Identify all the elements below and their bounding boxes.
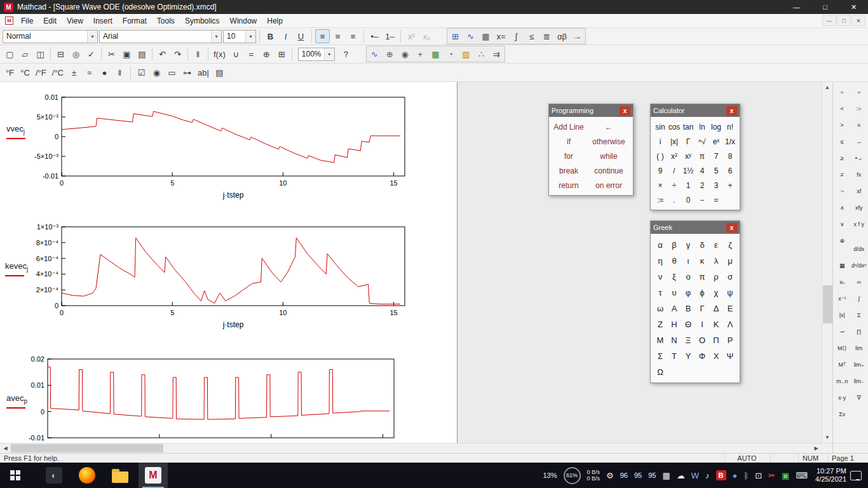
- calculator-key-/[interactable]: /: [667, 164, 681, 177]
- menu-item-window[interactable]: Window: [225, 14, 262, 27]
- taskbar-app-firefox[interactable]: [72, 463, 102, 488]
- greek-key-ν[interactable]: ν: [653, 269, 667, 284]
- boolean-and-button[interactable]: ∧: [834, 200, 850, 215]
- evaluation-operator-fx-button[interactable]: fx: [851, 166, 867, 182]
- programming-key-return[interactable]: return: [551, 179, 587, 192]
- listbox-control-button[interactable]: ▤: [212, 65, 227, 79]
- y-axis-expression-kevec[interactable]: kevecj: [5, 261, 28, 276]
- greek-key-ξ[interactable]: ξ: [667, 269, 681, 284]
- greek-key-Ι[interactable]: Ι: [695, 316, 709, 332]
- mdi-minimize-button[interactable]: —: [822, 15, 836, 26]
- greek-key-Ο[interactable]: Ο: [695, 332, 709, 348]
- bluetooth-icon[interactable]: ᛒ: [743, 471, 749, 480]
- minimize-button[interactable]: —: [782, 0, 811, 14]
- network-speed-indicator[interactable]: 0 B/s0 B/s: [587, 469, 600, 482]
- calculator-key-3[interactable]: 3: [709, 179, 723, 192]
- taskmanager-icon[interactable]: ▦: [662, 471, 670, 480]
- calculator-key-sin[interactable]: sin: [653, 120, 667, 133]
- onedrive-icon[interactable]: ☁: [677, 471, 685, 480]
- calculate-button[interactable]: =: [244, 47, 259, 61]
- calculator-key-1[interactable]: 1: [681, 179, 695, 192]
- xy-plot-avec[interactable]: 0.020.010-0.01: [14, 355, 400, 443]
- menu-item-edit[interactable]: Edit: [38, 14, 62, 27]
- help-button[interactable]: ?: [339, 47, 353, 61]
- mdi-restore-button[interactable]: □: [837, 15, 851, 26]
- xy-plot-svg-kevec[interactable]: 1×10⁻³8×10⁻⁴6×10⁻⁴4×10⁻⁴2×10⁻⁴0051015j·t…: [29, 223, 410, 337]
- restore-button[interactable]: □: [811, 0, 839, 14]
- evaluation-symbolic-button[interactable]: →: [851, 133, 867, 149]
- radio-control-button[interactable]: ◉: [149, 65, 164, 79]
- greek-key-ρ[interactable]: ρ: [709, 269, 723, 284]
- greek-key-Α[interactable]: Α: [667, 301, 681, 316]
- calculator-key-5[interactable]: 5: [709, 164, 723, 177]
- calculator-key-π[interactable]: π: [695, 149, 709, 163]
- calculator-key-÷[interactable]: ÷: [667, 179, 681, 192]
- greek-key-ε[interactable]: ε: [709, 237, 723, 252]
- pushbutton-control-button[interactable]: ▭: [165, 65, 179, 79]
- greek-key-Χ[interactable]: Χ: [709, 348, 723, 363]
- greek-palette[interactable]: GreekxαβγδεζηθικλμνξοπρστυφϕχψωΑΒΓΔΕΖΗΘΙ…: [650, 220, 740, 383]
- calculus-limit-left-button[interactable]: lim₋: [851, 373, 867, 389]
- matrix-insert-button[interactable]: ▦: [834, 257, 850, 273]
- bold-button[interactable]: B: [263, 29, 278, 43]
- calculator-key-.[interactable]: .: [667, 193, 681, 207]
- menu-item-view[interactable]: View: [62, 14, 88, 27]
- matrix-inverse-button[interactable]: x⁻¹: [834, 290, 850, 306]
- scroll-left-button[interactable]: ◀: [0, 444, 11, 453]
- plus-minus-button[interactable]: ±: [67, 65, 81, 79]
- calculus-limit-button[interactable]: lim: [851, 340, 867, 356]
- greek-key-π[interactable]: π: [695, 269, 709, 284]
- unit-degc-button[interactable]: °C: [18, 65, 32, 79]
- greek-key-Ξ[interactable]: Ξ: [681, 332, 695, 348]
- parallel-button[interactable]: ‖: [112, 65, 127, 79]
- greek-key-ψ[interactable]: ψ: [723, 285, 737, 300]
- programming-key-while[interactable]: while: [587, 149, 631, 163]
- calculator-key-4[interactable]: 4: [695, 164, 709, 177]
- evaluation-equal-button[interactable]: =: [851, 84, 867, 100]
- bullet-operator-button[interactable]: ●: [97, 65, 112, 79]
- calculator-key-8[interactable]: 8: [723, 149, 737, 163]
- calculator-palette[interactable]: Calculatorxsincostanlnlogn!i|x|Γⁿ√eˣ1/x(…: [650, 104, 740, 210]
- vertical-scroll-thumb[interactable]: [823, 285, 832, 323]
- graph-toolbar-button[interactable]: ∿: [463, 29, 478, 43]
- calculator-key-xʸ[interactable]: xʸ: [681, 149, 695, 163]
- greek-key-Δ[interactable]: Δ: [709, 301, 723, 316]
- greek-key-β[interactable]: β: [667, 237, 681, 252]
- calculator-palette-titlebar[interactable]: Calculatorx: [651, 104, 740, 117]
- greek-key-ϕ[interactable]: ϕ: [695, 285, 709, 300]
- symbolics-toolbar-button[interactable]: →: [570, 29, 585, 43]
- matrix-dot-product-button[interactable]: x·y: [834, 390, 850, 405]
- greek-key-Ψ[interactable]: Ψ: [723, 348, 737, 363]
- menu-item-format[interactable]: Format: [118, 14, 152, 27]
- xy-plot-button[interactable]: ∿: [367, 47, 382, 61]
- horizontal-scroll-track[interactable]: [11, 444, 811, 453]
- save-button[interactable]: ◫: [33, 47, 48, 61]
- greek-key-Τ[interactable]: Τ: [667, 348, 681, 363]
- boolean-not-equal-button[interactable]: ≠: [834, 166, 850, 182]
- greek-key-Ζ[interactable]: Ζ: [653, 316, 667, 332]
- greek-key-ι[interactable]: ι: [681, 253, 695, 268]
- calculator-toolbar-button[interactable]: ⊞: [448, 29, 463, 43]
- font-combo-dropdown-icon[interactable]: ▾: [211, 30, 221, 43]
- print-button[interactable]: ⊟: [53, 47, 68, 61]
- programming-toolbar-button[interactable]: ≣: [539, 29, 554, 43]
- surface-plot-button[interactable]: ▦: [428, 47, 443, 61]
- boolean-greater-equal-button[interactable]: ≥: [834, 150, 850, 166]
- greek-key-Κ[interactable]: Κ: [709, 316, 723, 332]
- trace-graph-button[interactable]: +: [413, 47, 428, 61]
- greek-key-Π[interactable]: Π: [709, 332, 723, 348]
- vector-field-plot-button[interactable]: ⇉: [489, 47, 504, 61]
- unit-per-degf-button[interactable]: /°F: [33, 65, 49, 79]
- programming-palette-titlebar[interactable]: Programmingx: [549, 104, 633, 117]
- greek-key-Ω[interactable]: Ω: [653, 364, 667, 379]
- matrix-determinant-button[interactable]: |x|: [834, 307, 850, 323]
- evaluation-global-definition-button[interactable]: ≡: [851, 117, 867, 133]
- programming-palette[interactable]: ProgrammingxAdd Line←ifotherwiseforwhile…: [548, 104, 634, 196]
- calculator-key-0[interactable]: 0: [681, 193, 695, 207]
- teams-icon[interactable]: ●: [733, 471, 738, 480]
- zoom-combo-dropdown-icon[interactable]: ▾: [324, 48, 334, 60]
- greek-key-Γ[interactable]: Γ: [695, 301, 709, 316]
- superscript-button[interactable]: x²: [404, 29, 419, 43]
- programming-palette-close-button[interactable]: x: [620, 106, 630, 116]
- matrix-transpose-button[interactable]: Mᵀ: [834, 356, 850, 372]
